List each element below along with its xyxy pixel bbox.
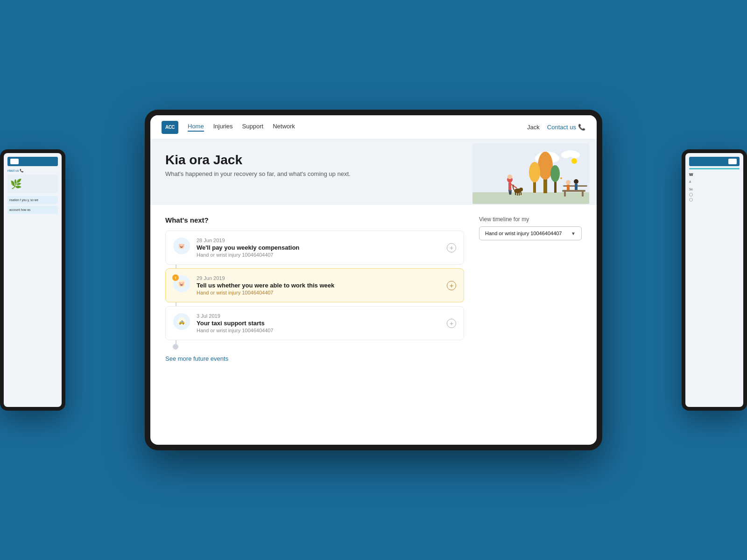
chevron-down-icon: ▼: [571, 231, 576, 236]
svg-rect-34: [575, 184, 578, 190]
right-tablet-nav: [689, 157, 740, 166]
right-tablet-subtitle-b: Se: [689, 188, 740, 191]
nav-network[interactable]: Network: [273, 123, 295, 132]
timeline-title-2: Tell us whether you were able to work th…: [197, 282, 447, 289]
timeline-item-3: 🚕 3 Jul 2019 Your taxi support starts Ha…: [165, 306, 464, 340]
nav-contact[interactable]: Contact us 📞: [547, 124, 585, 131]
svg-rect-27: [562, 190, 585, 192]
svg-rect-29: [582, 192, 584, 196]
timeline-item-2: ! 🐷 29 Jun 2019 Tell us: [165, 268, 464, 302]
svg-point-10: [538, 152, 553, 180]
tablet-left-screen: ntact us 📞 🌿 nsation f you y, so we acco…: [4, 153, 62, 407]
nav-injuries[interactable]: Injuries: [213, 123, 233, 132]
dropdown-value: Hand or wrist injury 10046404407: [485, 231, 562, 236]
tablet-left: ntact us 📞 🌿 nsation f you y, so we acco…: [0, 149, 65, 411]
nav-links: Home Injuries Support Network: [188, 123, 527, 132]
svg-point-17: [507, 175, 512, 179]
svg-rect-32: [567, 185, 570, 190]
tablet-right: W A Se: [682, 149, 747, 411]
tablet-center: ACC Home Injuries Support Network Jack C…: [145, 110, 602, 450]
svg-point-6: [571, 152, 580, 158]
svg-point-5: [561, 152, 571, 158]
svg-rect-26: [521, 192, 521, 195]
timeline-title-1: We'll pay you weekly compensation: [197, 244, 447, 251]
illustration-svg: [472, 143, 589, 204]
tablet-right-screen: W A Se: [685, 153, 743, 407]
svg-rect-8: [472, 192, 589, 204]
timeline-sub-1: Hand or wrist injury 10046404407: [197, 252, 447, 258]
svg-rect-28: [564, 192, 566, 196]
nav-home[interactable]: Home: [188, 123, 204, 132]
left-tablet-logo: [10, 159, 19, 164]
right-tablet-radio-1[interactable]: [689, 193, 693, 196]
tablets-container: ntact us 📞 🌿 nsation f you y, so we acco…: [0, 0, 747, 560]
piggy-bank-icon-2: 🐷: [176, 279, 187, 289]
svg-text:🚕: 🚕: [178, 318, 185, 325]
timeline-title-3: Your taxi support starts: [197, 320, 447, 327]
nav-support[interactable]: Support: [242, 123, 264, 132]
hero-section: Kia ora Jack What's happened in your rec…: [150, 140, 597, 205]
whats-next-title: What's next?: [165, 216, 464, 224]
phone-icon: 📞: [578, 124, 585, 131]
timeline: 🐷 28 Jun 2019 We'll pay you weekly compe…: [165, 231, 464, 350]
timeline-date-2: 29 Jun 2019: [197, 275, 447, 281]
svg-rect-24: [517, 193, 518, 196]
see-more-link[interactable]: See more future events: [165, 355, 228, 362]
acc-logo: ACC: [162, 121, 178, 134]
timeline-icon-3: 🚕: [173, 313, 190, 330]
svg-rect-25: [519, 193, 520, 196]
right-tablet-radio-2[interactable]: [689, 198, 693, 202]
svg-point-14: [550, 165, 560, 182]
svg-point-7: [571, 158, 577, 164]
svg-point-12: [529, 162, 540, 182]
nav-user: Jack: [527, 124, 540, 131]
right-tablet-logo: [728, 159, 737, 164]
left-tablet-hero: 🌿: [7, 175, 58, 193]
right-tablet-title: W: [689, 172, 740, 177]
tablet-center-screen: ACC Home Injuries Support Network Jack C…: [150, 115, 597, 445]
main-content: What's next? 🐷: [150, 205, 597, 374]
timeline-sub-3: Hand or wrist injury 10046404407: [197, 328, 447, 333]
timeline-item-1: 🐷 28 Jun 2019 We'll pay you weekly compe…: [165, 231, 464, 265]
svg-text:🐷: 🐷: [178, 280, 185, 287]
right-tablet-accent: [689, 168, 740, 169]
timeline-expand-1[interactable]: +: [447, 243, 456, 252]
left-tablet-card-2: account how as: [7, 206, 58, 214]
timeline-icon-wrap-3: 🚕: [173, 313, 190, 330]
right-panel: View timeline for my Hand or wrist injur…: [479, 216, 582, 363]
plant-icon: 🌿: [10, 178, 22, 189]
timeline-expand-3[interactable]: +: [447, 319, 456, 328]
timeline-icon-wrap-1: 🐷: [173, 238, 190, 254]
svg-text:🐷: 🐷: [178, 243, 185, 249]
svg-point-22: [519, 188, 523, 191]
left-tablet-nav: [7, 157, 58, 166]
alert-badge-2: !: [172, 274, 179, 281]
taxi-icon-3: 🚕: [176, 316, 187, 327]
piggy-bank-icon-1: 🐷: [176, 241, 187, 251]
timeline-body-3: 3 Jul 2019 Your taxi support starts Hand…: [197, 313, 447, 333]
timeline-body-2: 29 Jun 2019 Tell us whether you were abl…: [197, 275, 447, 295]
hero-illustration: [472, 143, 589, 204]
svg-point-31: [566, 180, 571, 185]
timeline-body-1: 28 Jun 2019 We'll pay you weekly compens…: [197, 238, 447, 258]
left-tablet-contact-text: ntact us 📞: [7, 169, 58, 173]
left-tablet-card-1: nsation f you y, so we: [7, 196, 58, 204]
timeline-date-1: 28 Jun 2019: [197, 238, 447, 243]
timeline-icon-1: 🐷: [173, 238, 190, 254]
nav-right: Jack Contact us 📞: [527, 124, 585, 131]
timeline-end-dot: [173, 344, 178, 350]
timeline-sub-2: Hand or wrist injury 10046404407: [197, 290, 447, 295]
navigation: ACC Home Injuries Support Network Jack C…: [150, 115, 597, 140]
timeline-icon-wrap-2: ! 🐷: [173, 275, 190, 292]
svg-rect-23: [515, 192, 516, 195]
timeline-expand-2[interactable]: +: [447, 281, 456, 290]
right-tablet-content: W A Se: [685, 153, 743, 207]
view-timeline-label: View timeline for my: [479, 216, 582, 223]
left-tablet-content: ntact us 📞 🌿 nsation f you y, so we acco…: [4, 153, 62, 217]
whats-next-panel: What's next? 🐷: [165, 216, 464, 363]
svg-point-35: [560, 177, 562, 179]
timeline-date-3: 3 Jul 2019: [197, 313, 447, 319]
injury-dropdown[interactable]: Hand or wrist injury 10046404407 ▼: [479, 226, 582, 240]
svg-point-33: [574, 179, 578, 184]
svg-rect-16: [508, 182, 511, 190]
